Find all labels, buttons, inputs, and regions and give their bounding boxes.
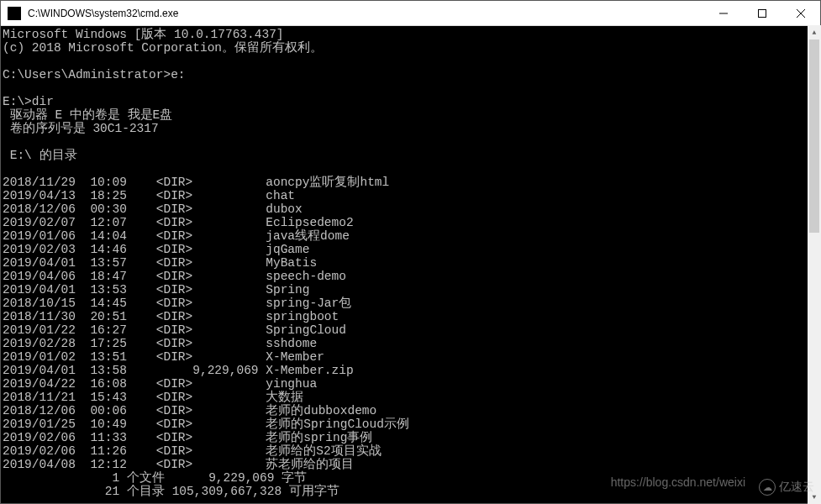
vertical-scrollbar[interactable]: ▲ ▼	[808, 25, 821, 504]
prompt-2: E:\>	[3, 95, 32, 108]
maximize-button[interactable]	[743, 1, 782, 25]
minimize-button[interactable]	[704, 1, 743, 25]
cmd-icon	[8, 7, 21, 20]
cmd-window: C:\WINDOWS\system32\cmd.exe Microsoft Wi…	[0, 0, 821, 504]
cmd-2: dir	[32, 95, 54, 108]
terminal-output[interactable]: Microsoft Windows [版本 10.0.17763.437] (c…	[1, 26, 820, 503]
prompt-1: C:\Users\Administrator>	[3, 68, 171, 81]
watermark-csdn: https://blog.csdn.net/weixi	[611, 475, 745, 489]
scrollbar-thumb[interactable]	[809, 39, 819, 233]
summary-files: 1 个文件 9,229,069 字节	[3, 471, 307, 485]
scrollbar-track[interactable]	[808, 39, 821, 490]
cmd-1: e:	[171, 68, 185, 81]
close-button[interactable]	[782, 1, 820, 25]
scroll-up-arrow-icon[interactable]: ▲	[808, 25, 821, 39]
dir-listing: 2018/11/29 10:09 <DIR> aoncpy监听复制html 20…	[3, 176, 409, 471]
watermark-yisu: ☁ 亿速云	[759, 479, 814, 496]
serial-line: 卷的序列号是 30C1-2317	[3, 122, 159, 135]
window-title: C:\WINDOWS\system32\cmd.exe	[28, 8, 704, 19]
svg-rect-1	[759, 9, 766, 17]
volume-line: 驱动器 E 中的卷是 我是E盘	[3, 108, 172, 122]
header-line-2: (c) 2018 Microsoft Corporation。保留所有权利。	[3, 41, 323, 55]
header-line-1: Microsoft Windows [版本 10.0.17763.437]	[3, 28, 284, 41]
summary-dirs: 21 个目录 105,309,667,328 可用字节	[3, 485, 339, 498]
titlebar[interactable]: C:\WINDOWS\system32\cmd.exe	[1, 1, 820, 26]
dir-of-line: E:\ 的目录	[3, 149, 77, 162]
window-controls	[704, 1, 820, 25]
cloud-icon: ☁	[759, 479, 776, 496]
